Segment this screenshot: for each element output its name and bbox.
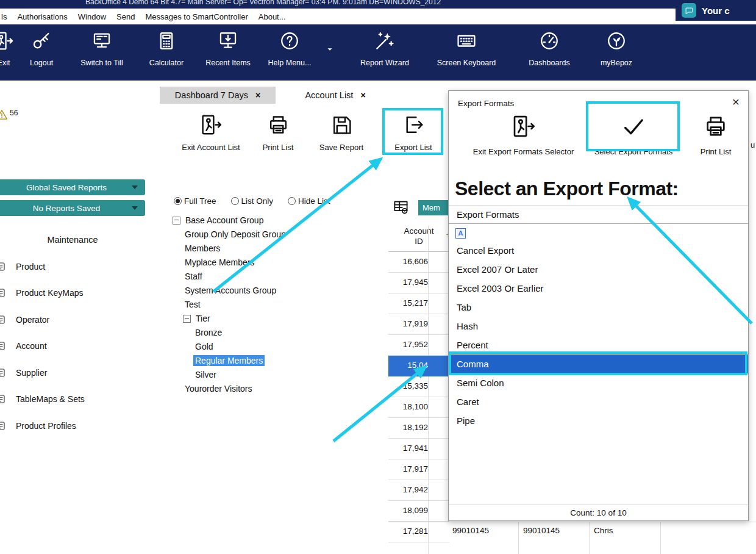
sidebar-item-supplier[interactable]: Supplier bbox=[0, 366, 145, 380]
tree-item[interactable]: Group Only Deposit Group bbox=[183, 228, 288, 241]
radio-list-only[interactable]: List Only bbox=[231, 196, 274, 206]
table-row[interactable]: 17,917 bbox=[388, 459, 449, 480]
tree-item[interactable]: Yourorder Visitors bbox=[183, 382, 254, 395]
table-cell-account-number[interactable]: 99010145 bbox=[523, 526, 560, 535]
table-row[interactable]: 17,919 bbox=[388, 314, 449, 335]
notification-toast[interactable]: Your c bbox=[676, 0, 756, 21]
mybepoz-button[interactable]: myBepoz bbox=[589, 31, 644, 77]
tab-account-list[interactable]: Account List × bbox=[287, 87, 384, 104]
menu-item-messages-smartcontroller[interactable]: Messages to SmartController bbox=[145, 12, 248, 21]
operator-icon bbox=[0, 314, 7, 325]
menu-item-authorisations[interactable]: Authorisations bbox=[17, 12, 67, 21]
menu-item-clipped[interactable]: ls bbox=[1, 12, 7, 21]
sidebar-item-product[interactable]: Product bbox=[0, 260, 145, 273]
tree-item[interactable]: Staff bbox=[183, 270, 204, 283]
tab-close-icon[interactable]: × bbox=[255, 90, 260, 100]
logout-button[interactable]: Logout bbox=[17, 31, 66, 77]
menu-item-send[interactable]: Send bbox=[116, 12, 135, 21]
sidebar-item-operator[interactable]: Operator bbox=[0, 313, 145, 326]
tree-item-selected[interactable]: Regular Members bbox=[193, 354, 265, 367]
tree-item[interactable]: Test bbox=[183, 298, 202, 311]
tree-item[interactable]: Members bbox=[183, 242, 222, 255]
save-report-button[interactable]: Save Report bbox=[314, 113, 369, 154]
switch-to-till-button[interactable]: Switch to Till bbox=[68, 31, 135, 77]
recent-items-button[interactable]: Recent Items bbox=[199, 31, 257, 77]
tree-collapse-icon[interactable] bbox=[183, 315, 191, 323]
export-format-item-selected[interactable]: Comma bbox=[449, 354, 748, 373]
exit-account-list-button[interactable]: Exit Account List bbox=[177, 113, 245, 154]
column-divider bbox=[660, 522, 661, 554]
grid-column-header[interactable]: Export Formats bbox=[449, 206, 748, 224]
help-menu-button[interactable]: Help Menu... bbox=[262, 31, 317, 77]
table-row[interactable]: 17,945 bbox=[388, 273, 449, 293]
dialog-close-icon[interactable]: × bbox=[732, 95, 740, 109]
print-list-button[interactable]: Print List bbox=[254, 113, 302, 154]
table-row[interactable]: 15,217 bbox=[388, 293, 449, 314]
tab-dashboard-7-days[interactable]: Dashboard 7 Days × bbox=[160, 87, 276, 104]
account-icon bbox=[0, 340, 7, 351]
list-view-eye-icon[interactable] bbox=[393, 199, 409, 215]
export-format-item[interactable]: Cancel Export bbox=[449, 241, 748, 260]
table-row[interactable]: 16,606 bbox=[388, 252, 449, 273]
tree-item[interactable]: Gold bbox=[193, 340, 215, 353]
export-format-item[interactable]: Hash bbox=[449, 317, 748, 336]
table-cell-first-name[interactable]: Chris bbox=[594, 526, 613, 535]
tree-item[interactable]: Myplace Members bbox=[183, 256, 256, 269]
export-format-item[interactable]: Excel 2007 Or Later bbox=[449, 260, 748, 279]
table-row[interactable]: 15,335 bbox=[388, 376, 449, 397]
export-format-item[interactable]: Tab bbox=[449, 298, 748, 317]
table-row[interactable]: 18,192 bbox=[388, 418, 449, 439]
table-row[interactable]: 17,941 bbox=[388, 439, 449, 459]
sidebar-item-product-profiles[interactable]: Product Profiles bbox=[0, 419, 145, 433]
table-row[interactable]: 17,942 bbox=[388, 480, 449, 501]
product-profiles-icon bbox=[0, 420, 7, 431]
report-wizard-button[interactable]: Report Wizard bbox=[351, 31, 418, 77]
menu-item-window[interactable]: Window bbox=[78, 12, 106, 21]
product-icon bbox=[0, 261, 7, 272]
select-export-formats-button[interactable]: Select Export Formats bbox=[588, 114, 679, 156]
table-row[interactable]: 17,952 bbox=[388, 335, 449, 356]
tree-item[interactable]: Silver bbox=[193, 368, 218, 381]
table-row-selected[interactable]: 15,04 bbox=[388, 356, 449, 376]
alert-badge[interactable]: 56 bbox=[0, 109, 18, 121]
table-row[interactable]: 18,100 bbox=[388, 397, 449, 418]
sidebar-item-product-keymaps[interactable]: Product KeyMaps bbox=[0, 286, 145, 300]
dashboards-button[interactable]: Dashboards bbox=[516, 31, 583, 77]
auto-filter-icon[interactable]: A bbox=[455, 228, 466, 239]
table-cell-member-number[interactable]: 99010145 bbox=[452, 526, 489, 535]
till-monitor-icon bbox=[91, 31, 112, 51]
table-row[interactable]: 18,099 bbox=[388, 501, 449, 522]
exit-export-formats-selector-button[interactable]: Exit Export Formats Selector bbox=[455, 114, 592, 156]
warning-triangle-icon bbox=[0, 109, 8, 121]
tree-item-tier[interactable]: Tier bbox=[183, 312, 212, 325]
dialog-print-list-button[interactable]: Print List bbox=[691, 114, 740, 156]
tree-collapse-icon[interactable] bbox=[173, 217, 180, 225]
export-format-item[interactable]: Excel 2003 Or Earlier bbox=[449, 279, 748, 298]
sidebar-item-account[interactable]: Account bbox=[0, 339, 145, 353]
radio-hide-list[interactable]: Hide List bbox=[288, 196, 330, 206]
export-format-item[interactable]: Pipe bbox=[449, 411, 748, 430]
member-view-badge[interactable]: Mem bbox=[418, 200, 449, 215]
export-list-button[interactable]: Export List bbox=[386, 113, 441, 154]
grid-filter-row[interactable]: A bbox=[449, 224, 748, 241]
maintenance-section-title: Maintenance bbox=[0, 235, 145, 245]
table-row[interactable]: 17,281 bbox=[388, 522, 449, 542]
tree-item-base-account-group[interactable]: Base Account Group bbox=[173, 214, 265, 227]
calculator-button[interactable]: Calculator bbox=[139, 31, 194, 77]
help-menu-chevron-down-icon[interactable] bbox=[326, 45, 334, 54]
menu-item-about[interactable]: About... bbox=[259, 12, 286, 21]
radio-full-tree[interactable]: Full Tree bbox=[174, 196, 216, 206]
no-reports-saved-dropdown[interactable]: No Reports Saved bbox=[0, 200, 145, 216]
tab-close-icon[interactable]: × bbox=[360, 90, 365, 100]
tree-item[interactable]: Bronze bbox=[193, 326, 224, 339]
account-table: Account ID + 16,606 17,945 15,217 17,919… bbox=[388, 226, 449, 554]
supplier-icon bbox=[0, 367, 7, 378]
export-format-item[interactable]: Semi Colon bbox=[449, 373, 748, 392]
screen-keyboard-button[interactable]: Screen Keyboard bbox=[427, 31, 506, 77]
tree-item[interactable]: System Accounts Group bbox=[183, 284, 278, 297]
export-format-item[interactable]: Percent bbox=[449, 336, 748, 354]
export-format-item[interactable]: Caret bbox=[449, 392, 748, 411]
column-header-account-id[interactable]: Account ID + bbox=[388, 226, 449, 246]
global-saved-reports-dropdown[interactable]: Global Saved Reports bbox=[0, 179, 145, 195]
sidebar-item-tablemaps-sets[interactable]: TableMaps & Sets bbox=[0, 392, 145, 406]
